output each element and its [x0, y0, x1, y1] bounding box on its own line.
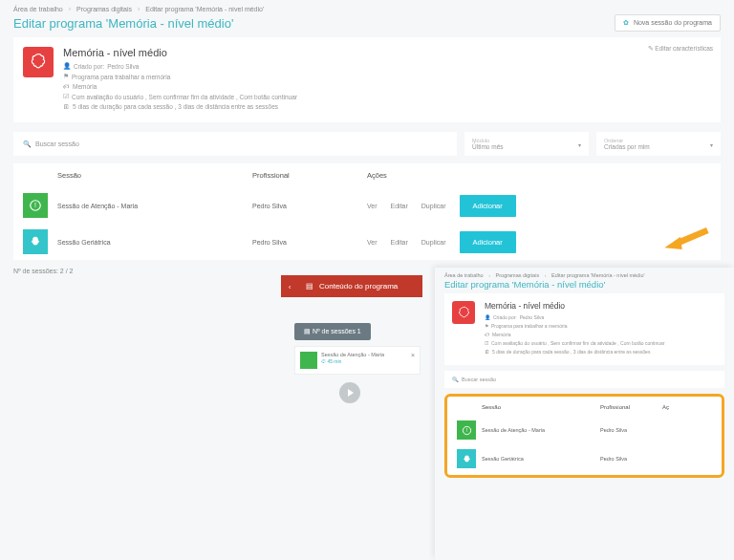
col-header-professional: Profissional — [252, 171, 367, 180]
session-name: Sessão de Atenção - Maria — [57, 203, 252, 209]
breadcrumb-item: Editar programa 'Memória - nível médio' — [551, 272, 644, 278]
session-icon: ! — [23, 193, 48, 218]
view-link[interactable]: Ver — [367, 203, 378, 209]
program-name: Memória - nível médio — [63, 47, 711, 58]
program-duration: 🗓 5 dias de duração para cada sessão , 3… — [63, 103, 711, 110]
result-subpanel: Área de trabalho › Programas digitais › … — [435, 268, 734, 560]
duplicate-link[interactable]: Duplicar — [421, 203, 446, 209]
svg-text:!: ! — [465, 427, 467, 433]
add-button[interactable]: Adicionar — [460, 195, 516, 217]
session-icon — [23, 229, 48, 254]
calendar-icon: 🗓 — [63, 103, 70, 110]
program-card: Memória - nível médio 👤Criado por: Pedro… — [444, 293, 724, 365]
svg-text:!: ! — [34, 202, 36, 208]
session-name: Sessão de Atenção - Maria — [482, 427, 600, 433]
program-content-header[interactable]: ‹ ▤ Conteúdo do programa — [281, 275, 422, 297]
remove-icon[interactable]: × — [411, 352, 415, 369]
program-name: Memória - nível médio — [485, 301, 717, 311]
view-link[interactable]: Ver — [367, 239, 378, 246]
flag-icon: ⚑ — [485, 323, 488, 329]
breadcrumb-item[interactable]: Área de trabalho — [13, 6, 63, 12]
duplicate-link[interactable]: Duplicar — [421, 239, 446, 246]
session-icon: ! — [457, 420, 476, 440]
flag-icon: ⚑ — [63, 73, 69, 80]
play-button[interactable] — [339, 382, 360, 403]
program-content-item[interactable]: Sessão de Atenção - Maria ⏱ 45 min × — [294, 346, 421, 375]
program-tag: 🏷 Memória — [63, 83, 711, 90]
col-header-actions: Ações — [367, 171, 711, 180]
mini-session-name: Sessão de Atenção - Maria — [321, 352, 407, 358]
search-input[interactable]: 🔍 Buscar sessão — [444, 371, 724, 388]
col-header-actions: Aç — [662, 404, 712, 410]
breadcrumb-item[interactable]: Programas digitais — [496, 272, 540, 278]
session-icon — [300, 352, 317, 369]
session-professional: Pedro Silva — [600, 456, 662, 462]
sessions-table: Sessão Profissional Aç ! Sessão de Atenç… — [444, 394, 724, 478]
check-icon: ☑ — [63, 93, 69, 100]
module-select[interactable]: Módulo Último mês ▾ — [464, 132, 589, 156]
page-title: Editar programa 'Memória - nível médio' — [13, 16, 233, 31]
breadcrumb: Área de trabalho › Programas digitais › … — [0, 0, 734, 14]
search-icon: 🔍 — [23, 140, 32, 148]
session-professional: Pedro Silva — [600, 427, 662, 433]
new-session-button[interactable]: ✿ Nova sessão do programa — [615, 14, 721, 32]
highlight-annotation: Sessão Profissional Aç ! Sessão de Atenç… — [444, 394, 724, 478]
sessions-badge: ▤ Nº de sessões 1 — [294, 323, 371, 340]
sort-select[interactable]: Ordenar Criadas por mim ▾ — [596, 132, 721, 156]
search-icon: 🔍 — [452, 377, 459, 382]
program-card: ✎ Editar características Memória - nível… — [13, 37, 721, 122]
col-header-session: Sessão — [457, 404, 600, 410]
add-button[interactable]: Adicionar — [460, 231, 516, 253]
user-icon: 👤 — [63, 62, 71, 70]
table-row: Sessão Geriátrica Pedro Silva Ver Editar… — [13, 224, 721, 260]
user-icon: 👤 — [485, 314, 490, 320]
chevron-down-icon: ▾ — [710, 140, 713, 147]
chevron-left-icon[interactable]: ‹ — [289, 283, 291, 290]
program-author: 👤 Criado por: Pedro Silva — [63, 62, 711, 70]
tag-icon: 🏷 — [63, 83, 70, 90]
edit-link[interactable]: Editar — [391, 203, 408, 209]
session-icon — [457, 449, 476, 468]
search-input[interactable]: 🔍 Buscar sessão — [13, 132, 457, 156]
program-description: ⚑ Programa para trabalhar a memória — [63, 73, 711, 80]
mini-session-duration: ⏱ 45 min — [321, 358, 407, 365]
breadcrumb-item[interactable]: Programas digitais — [76, 6, 132, 12]
check-icon: ☑ — [485, 340, 488, 346]
sessions-table: Sessão Profissional Ações ! Sessão de At… — [13, 163, 721, 260]
calendar-icon: 🗓 — [485, 349, 489, 355]
table-row: ! Sessão de Atenção - Maria Pedro Silva — [449, 416, 720, 444]
brain-icon — [452, 301, 475, 324]
col-header-professional: Profissional — [600, 404, 662, 410]
session-name: Sessão Geriátrica — [482, 456, 600, 462]
table-row: ! Sessão de Atenção - Maria Pedro Silva … — [13, 187, 721, 224]
session-professional: Pedro Silva — [252, 203, 367, 209]
program-evaluation: ☑ Com avaliação do usuário , Sem confirm… — [63, 93, 711, 100]
page-title: Editar programa 'Memória - nível médio' — [444, 279, 605, 290]
breadcrumb-item[interactable]: Área de trabalho — [444, 272, 484, 278]
session-professional: Pedro Silva — [252, 239, 367, 246]
tag-icon: 🏷 — [485, 332, 489, 337]
breadcrumb: Área de trabalho › Programas digitais › … — [435, 268, 734, 279]
edit-link[interactable]: Editar — [391, 239, 408, 246]
gear-icon: ✿ — [623, 19, 629, 26]
table-row: Sessão Geriátrica Pedro Silva — [449, 444, 720, 473]
brain-icon — [23, 47, 54, 77]
edit-characteristics-link[interactable]: ✎ Editar características — [648, 45, 714, 53]
chevron-down-icon: ▾ — [578, 140, 581, 147]
list-icon: ▤ — [306, 282, 313, 291]
col-header-session: Sessão — [23, 171, 252, 180]
session-name: Sessão Geriátrica — [57, 239, 252, 246]
breadcrumb-item: Editar programa 'Memória - nível médio' — [145, 6, 264, 12]
